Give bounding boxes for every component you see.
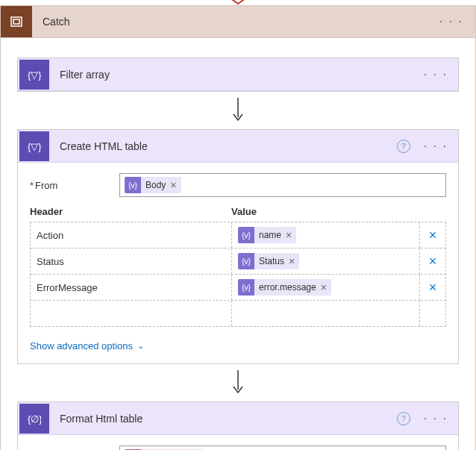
- from-input[interactable]: {v} Body ×: [119, 173, 446, 197]
- action-menu-button[interactable]: · · ·: [419, 68, 452, 81]
- columns-table: Action {v} name × × Status: [30, 222, 446, 327]
- from-label: *From: [30, 180, 119, 191]
- svg-text:{∅}: {∅}: [28, 413, 41, 425]
- scope-header-catch[interactable]: Catch · · ·: [0, 5, 476, 38]
- value-cell-input[interactable]: {v} name ×: [232, 222, 420, 248]
- action-format-html-table: {∅} Format Html table ? · · · *Inputs fx…: [17, 401, 459, 450]
- token-remove-button[interactable]: ×: [286, 229, 296, 241]
- delete-row-button[interactable]: ×: [429, 228, 437, 243]
- token-status[interactable]: {v} Status ×: [238, 253, 299, 269]
- token-body[interactable]: {v} Body ×: [125, 177, 181, 193]
- dynamic-content-icon: {v}: [238, 227, 254, 243]
- token-remove-button[interactable]: ×: [289, 255, 299, 267]
- header-cell-input[interactable]: [31, 301, 232, 326]
- action-title: Filter array: [60, 69, 419, 81]
- header-cell-input[interactable]: Status: [31, 249, 232, 274]
- scope-body: {▽} Filter array · · · {▽} Create HTML t…: [0, 38, 476, 450]
- token-remove-button[interactable]: ×: [170, 179, 181, 191]
- compose-icon: {∅}: [19, 404, 49, 434]
- data-operation-icon: {▽}: [19, 131, 49, 161]
- data-operation-icon: {▽}: [19, 60, 49, 90]
- connector-arrow: [14, 370, 462, 396]
- action-menu-button[interactable]: · · ·: [419, 412, 452, 425]
- dynamic-content-icon: {v}: [238, 279, 254, 296]
- token-remove-button[interactable]: ×: [321, 281, 331, 293]
- column-header-label: Header: [30, 206, 231, 217]
- run-after-diamond: [0, 0, 476, 5]
- table-row: Status {v} Status × ×: [31, 249, 445, 275]
- svg-rect-1: [11, 17, 22, 26]
- value-cell-input[interactable]: {v} error.message ×: [232, 275, 420, 300]
- dynamic-content-icon: {v}: [125, 177, 141, 193]
- action-menu-button[interactable]: · · ·: [419, 140, 452, 153]
- dynamic-content-icon: {v}: [238, 253, 254, 269]
- column-value-label: Value: [231, 206, 446, 217]
- chevron-down-icon: ⌄: [137, 341, 144, 351]
- value-cell-input[interactable]: {v} Status ×: [232, 249, 420, 274]
- token-error-message[interactable]: {v} error.message ×: [238, 279, 331, 296]
- action-filter-array[interactable]: {▽} Filter array · · ·: [17, 57, 459, 92]
- connector-arrow: [14, 98, 462, 123]
- help-icon[interactable]: ?: [397, 412, 410, 425]
- action-title: Format Html table: [60, 413, 397, 425]
- delete-row-button[interactable]: ×: [429, 254, 437, 269]
- header-cell-input[interactable]: ErrorMessage: [31, 275, 232, 300]
- token-name[interactable]: {v} name ×: [238, 227, 296, 243]
- value-cell-input[interactable]: [232, 301, 420, 326]
- inputs-input[interactable]: fx replace(...) ×: [119, 446, 446, 450]
- scope-icon: [1, 6, 32, 37]
- show-advanced-options-link[interactable]: Show advanced options ⌄: [30, 340, 144, 351]
- delete-row-button[interactable]: ×: [429, 280, 437, 296]
- help-icon[interactable]: ?: [397, 140, 410, 153]
- table-row: ErrorMessage {v} error.message × ×: [31, 275, 445, 301]
- svg-text:{▽}: {▽}: [28, 141, 41, 152]
- svg-marker-0: [233, 0, 243, 4]
- svg-text:{▽}: {▽}: [28, 69, 41, 81]
- scope-menu-button[interactable]: · · ·: [435, 15, 468, 28]
- header-cell-input[interactable]: Action: [31, 222, 232, 248]
- table-row-empty: [31, 301, 445, 326]
- scope-title: Catch: [43, 16, 435, 28]
- action-header[interactable]: {∅} Format Html table ? · · ·: [18, 402, 458, 435]
- action-title: Create HTML table: [60, 140, 397, 152]
- table-row: Action {v} name × ×: [31, 222, 445, 249]
- svg-rect-2: [13, 19, 19, 24]
- action-header[interactable]: {▽} Create HTML table ? · · ·: [18, 130, 458, 163]
- action-create-html-table: {▽} Create HTML table ? · · · *From {v} …: [17, 129, 459, 364]
